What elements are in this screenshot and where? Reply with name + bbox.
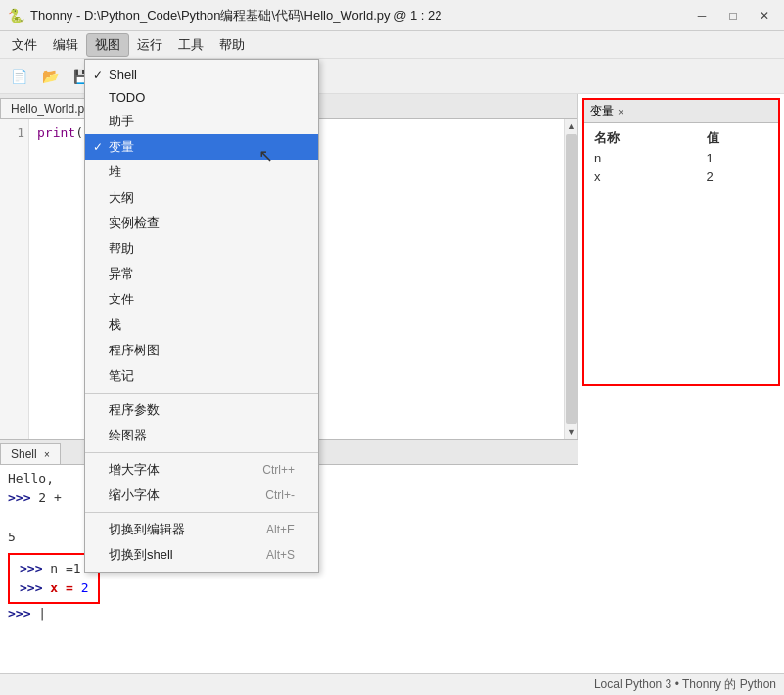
right-panel-spacer <box>578 390 784 673</box>
shell-tab[interactable]: Shell × <box>0 443 61 464</box>
shell-boxed-line-1: >>> n =1 <box>20 559 88 579</box>
menu-item-程序树图[interactable]: 程序树图 <box>85 338 318 363</box>
var-tab-close[interactable]: × <box>618 106 623 117</box>
menu-item-label: 堆 <box>109 163 121 181</box>
new-file-button[interactable]: 📄 <box>4 63 33 90</box>
menu-item-笔记[interactable]: 笔记 <box>85 363 318 389</box>
menu-item-label: 绘图器 <box>109 427 147 444</box>
menu-item-shortcut: Ctrl++ <box>262 463 295 477</box>
app-icon: 🐍 <box>8 8 24 23</box>
right-panel: 变量 × 名称 值 n1x2 <box>578 94 784 673</box>
menu-item-栈[interactable]: 栈 <box>85 312 318 338</box>
menu-item-label: 大纲 <box>109 189 134 207</box>
menu-item-label: 实例检查 <box>109 214 160 232</box>
menu-item-label: 程序参数 <box>109 401 160 419</box>
menu-item-label: 帮助 <box>109 240 134 257</box>
keyword-print: print <box>37 123 75 143</box>
var-value-cell: 2 <box>701 167 774 186</box>
menu-item-label: 切换到shell <box>109 546 173 564</box>
menu-item-label: 助手 <box>109 113 134 130</box>
menu-separator <box>85 393 318 394</box>
shell-tab-label: Shell <box>11 447 37 461</box>
menu-edit[interactable]: 编辑 <box>45 34 86 56</box>
menu-item-label: TODO <box>109 90 145 105</box>
title-text: Thonny - D:\Python_Code\Python编程基础\代码\He… <box>30 7 441 24</box>
scroll-thumb[interactable] <box>566 134 577 424</box>
menu-item-异常[interactable]: 异常 <box>85 261 318 287</box>
title-bar: 🐍 Thonny - D:\Python_Code\Python编程基础\代码\… <box>0 0 784 31</box>
menu-item-堆[interactable]: 堆 <box>85 160 318 185</box>
menu-item-label: 笔记 <box>109 367 134 385</box>
close-button[interactable]: ✕ <box>753 4 776 27</box>
menu-help[interactable]: 帮助 <box>211 34 253 56</box>
menu-item-程序参数[interactable]: 程序参数 <box>85 397 318 423</box>
menu-item-shortcut: Alt+E <box>266 523 295 536</box>
var-value-cell: 1 <box>701 149 774 167</box>
status-text: Local Python 3 • Thonny 的 Python <box>594 676 776 693</box>
line-number-1: 1 <box>0 123 24 143</box>
menu-item-助手[interactable]: 助手 <box>85 109 318 134</box>
line-numbers: 1 <box>0 119 29 439</box>
menu-item-TODO[interactable]: TODO <box>85 86 318 109</box>
menu-item-实例检查[interactable]: 实例检查 <box>85 210 318 236</box>
shell-tab-close[interactable]: × <box>44 449 50 460</box>
menu-item-label: 程序树图 <box>109 342 160 359</box>
menu-item-label: 变量 <box>109 138 134 156</box>
var-tab-label: 变量 <box>590 103 614 119</box>
menu-item-绘图器[interactable]: 绘图器 <box>85 423 318 448</box>
editor-vscrollbar[interactable]: ▲ ▼ <box>564 119 577 439</box>
menu-run[interactable]: 运行 <box>129 34 170 56</box>
var-row: x2 <box>588 167 774 186</box>
status-bar: Local Python 3 • Thonny 的 Python <box>0 673 784 695</box>
var-col-name: 名称 <box>588 127 701 149</box>
menu-item-label: 异常 <box>109 265 134 283</box>
scroll-down-arrow[interactable]: ▼ <box>565 425 578 439</box>
view-dropdown-menu: ShellTODO助手变量堆大纲实例检查帮助异常文件栈程序树图笔记程序参数绘图器… <box>84 59 319 573</box>
menu-item-label: 切换到编辑器 <box>109 521 185 538</box>
var-row: n1 <box>588 149 774 167</box>
menu-item-shortcut: Alt+S <box>266 548 295 562</box>
menu-bar: 文件 编辑 视图 运行 工具 帮助 <box>0 31 784 59</box>
menu-item-大纲[interactable]: 大纲 <box>85 185 318 210</box>
menu-separator <box>85 512 318 513</box>
menu-tools[interactable]: 工具 <box>170 34 211 56</box>
scroll-up-arrow[interactable]: ▲ <box>565 119 578 133</box>
menu-separator <box>85 452 318 453</box>
variables-panel: 变量 × 名称 值 n1x2 <box>582 98 780 386</box>
maximize-button[interactable]: □ <box>721 4 745 27</box>
mouse-cursor: ↖ <box>258 145 273 166</box>
open-file-button[interactable]: 📂 <box>35 63 65 90</box>
var-name-cell: x <box>588 167 701 186</box>
var-tab-bar: 变量 × <box>584 100 778 123</box>
menu-item-label: 缩小字体 <box>109 486 160 504</box>
menu-item-增大字体[interactable]: 增大字体Ctrl++ <box>85 457 318 483</box>
shell-final-prompt[interactable]: >>> | <box>8 604 571 624</box>
menu-item-文件[interactable]: 文件 <box>85 287 318 312</box>
menu-item-变量[interactable]: 变量 <box>85 134 318 160</box>
menu-item-缩小字体[interactable]: 缩小字体Ctrl+- <box>85 483 318 508</box>
var-name-cell: n <box>588 149 701 167</box>
menu-item-切换到shell[interactable]: 切换到shellAlt+S <box>85 542 318 568</box>
var-col-value: 值 <box>701 127 774 149</box>
shell-boxed-line-2: >>> x = 2 <box>20 579 88 598</box>
menu-item-切换到编辑器[interactable]: 切换到编辑器Alt+E <box>85 517 318 542</box>
var-tbody: n1x2 <box>588 149 774 186</box>
var-table: 名称 值 n1x2 <box>584 123 778 384</box>
menu-item-label: 增大字体 <box>109 461 160 479</box>
menu-item-label: 文件 <box>109 291 134 308</box>
menu-item-shortcut: Ctrl+- <box>265 488 295 502</box>
menu-view[interactable]: 视图 <box>86 33 129 57</box>
minimize-button[interactable]: ─ <box>690 4 714 27</box>
menu-item-label: Shell <box>109 68 137 82</box>
menu-item-label: 栈 <box>109 316 121 334</box>
menu-item-Shell[interactable]: Shell <box>85 64 318 86</box>
menu-item-帮助[interactable]: 帮助 <box>85 236 318 261</box>
menu-file[interactable]: 文件 <box>4 34 45 56</box>
